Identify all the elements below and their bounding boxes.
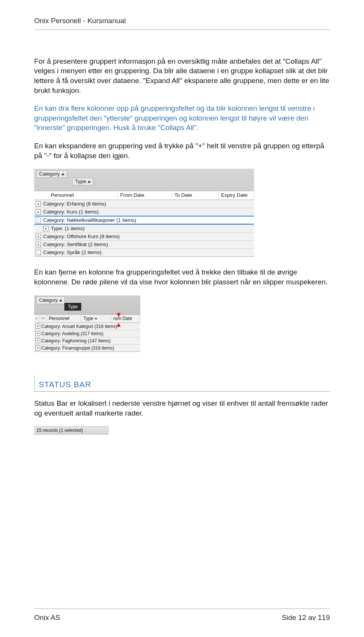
column-header-expiry[interactable]: Expiry Date [219, 191, 254, 199]
sort-asc-icon [61, 173, 64, 175]
status-bar-text: 15 records (1 selected) [36, 427, 83, 433]
column-header-from-date[interactable]: From Date [118, 191, 172, 199]
pin-icon: ⌐ [34, 315, 40, 322]
column-header-row: Personnel From Date To Date Expiry Date [34, 191, 254, 200]
group-by-bar: Category Type [34, 295, 140, 315]
column-header-personnel[interactable]: Personnel [49, 191, 118, 199]
paragraph-4: En kan fjerne en kolonne fra grupperings… [34, 267, 330, 287]
group-row[interactable]: +Category: Fagforening (147 items) [34, 337, 140, 344]
group-chip-label: Category [39, 171, 60, 177]
group-row[interactable]: +Category: Finansgruppe (316 items) [34, 344, 140, 351]
sort-asc-icon [95, 317, 97, 319]
footer-left: Onix AS [34, 613, 60, 623]
sort-asc-icon [88, 180, 91, 183]
expand-button[interactable]: + [35, 331, 40, 336]
group-row[interactable]: -Category: Språk (2 items) [34, 248, 254, 256]
paragraph-2: En kan dra flere kolonner opp på grupper… [34, 104, 330, 133]
column-header-row: ⌐ ⇨ Personnel Type rom Date [34, 315, 140, 323]
expand-button[interactable]: + [35, 345, 40, 350]
column-header-personnel[interactable]: Personnel [47, 315, 81, 322]
doc-header: Onix Personell - Kursmanual [34, 16, 330, 30]
group-row[interactable]: +Type: (1 items) [34, 224, 254, 232]
group-row[interactable]: +Category: Offshore Kurs (9 items) [34, 232, 254, 240]
group-row-label: Category: Sertifikat (2 items) [42, 241, 108, 248]
group-row[interactable]: +Category: Ansatt Kategori (316 items) [34, 323, 140, 330]
group-row[interactable]: +Category: Sertifikat (2 items) [34, 240, 254, 248]
expand-button[interactable]: + [43, 226, 49, 231]
expand-button[interactable]: + [36, 201, 41, 207]
expand-button[interactable]: + [36, 234, 41, 239]
expand-icon: ⇨ [40, 315, 47, 322]
expand-button[interactable]: + [35, 338, 40, 343]
group-chip-category[interactable]: Category [36, 297, 65, 304]
paragraph-5: Status Bar er lokalisert i nederste vens… [34, 399, 330, 418]
column-header-type[interactable]: Type [81, 315, 111, 322]
red-arrow-down-icon: ▼ [115, 311, 122, 318]
doc-title: Onix Personell - Kursmanual [34, 17, 126, 25]
page-footer: Onix AS Side 12 av 119 [34, 609, 330, 623]
footer-right: Side 12 av 119 [282, 613, 330, 623]
group-chip-label: Category [39, 297, 58, 303]
sort-asc-icon [59, 299, 62, 301]
group-row-label: Category: Offshore Kurs (9 items) [42, 233, 120, 240]
group-by-bar: Category Type [34, 169, 254, 191]
section-heading-status-bar: STATUS BAR [34, 376, 330, 392]
group-row-label: Type: (1 items) [50, 225, 85, 232]
group-row[interactable]: +Category: Avdeling (317 items) [34, 330, 140, 337]
group-row-label: Category: Avdeling (317 items) [41, 331, 104, 337]
group-row-label: Category: Språk (2 items) [42, 249, 102, 256]
group-chip-label: Type [75, 178, 86, 185]
group-row-label: Category: Ansatt Kategori (316 items) [41, 323, 117, 329]
grouped-grid-screenshot: Category Type Personnel From Date To Dat… [34, 169, 254, 257]
expand-button[interactable]: + [36, 242, 41, 247]
red-arrow-up-icon: ▲ [115, 321, 122, 328]
group-row-label: Category: Fagforening (147 items) [41, 338, 111, 344]
drag-column-screenshot: Category Type ⌐ ⇨ Personnel Type rom Dat… [34, 295, 140, 352]
group-chip-category[interactable]: Category [36, 170, 67, 178]
expand-button[interactable]: + [35, 324, 40, 329]
group-chip-type[interactable]: Type [72, 178, 93, 185]
status-bar-screenshot: 15 records (1 selected) [34, 426, 109, 435]
col-label: Personnel [51, 192, 74, 199]
column-header-to-date[interactable]: To Date [172, 191, 219, 199]
group-row[interactable]: +Category: Kurs (1 items) [34, 208, 254, 216]
group-row[interactable]: +Category: Erfaring (8 items) [34, 200, 254, 208]
group-row-label: Category: Erfaring (8 items) [42, 201, 106, 207]
expand-button[interactable]: + [36, 209, 41, 215]
collapse-button[interactable]: - [36, 218, 41, 223]
group-row[interactable]: -Category: Nøkkelkvalifikasjoner (1 item… [34, 216, 254, 224]
paragraph-1: For å presentere gruppert informasjon på… [34, 56, 330, 96]
dragging-chip-type[interactable]: Type [64, 303, 81, 311]
group-row-label: Category: Kurs (1 items) [42, 209, 99, 215]
col-label: Type [83, 315, 93, 322]
paragraph-3: En kan ekspandere en gruppering ved å tr… [34, 141, 330, 160]
chip-label: Type [68, 304, 78, 310]
group-row-label: Category: Nøkkelkvalifikasjoner (1 items… [42, 217, 136, 224]
group-row-label: Category: Finansgruppe (316 items) [41, 345, 114, 351]
collapse-button[interactable]: - [36, 250, 41, 255]
